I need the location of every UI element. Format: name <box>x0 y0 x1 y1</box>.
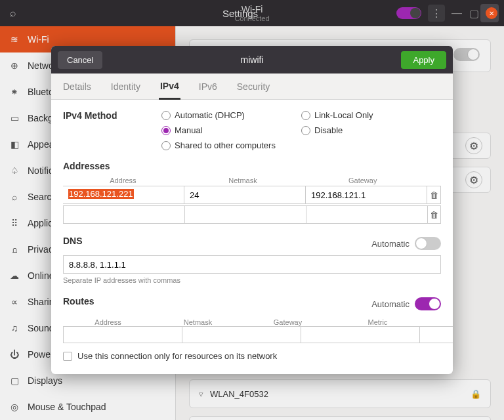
apply-button[interactable]: Apply <box>401 51 446 69</box>
radio-icon <box>161 111 171 120</box>
addresses-label: Addresses <box>63 161 441 171</box>
more-icon[interactable]: ⋮ <box>428 5 445 22</box>
automatic-label: Automatic <box>371 239 410 249</box>
routes-auto-toggle[interactable] <box>415 297 441 310</box>
radio-label: Manual <box>175 125 203 135</box>
netmask-col-header: Netmask <box>183 177 303 184</box>
only-resources-label: Use this connection only for resources o… <box>77 351 277 361</box>
ipv4-method-radio[interactable]: Manual <box>161 125 301 135</box>
route-gw-header: Gateway <box>243 318 333 326</box>
delete-row-icon[interactable]: 🗑 <box>427 186 441 204</box>
radio-label: Automatic (DHCP) <box>175 110 245 120</box>
radio-label: Link-Local Only <box>314 110 373 120</box>
route-metric-input[interactable] <box>420 326 453 343</box>
tab-security[interactable]: Security <box>236 75 272 98</box>
route-gateway-input[interactable] <box>301 326 420 343</box>
radio-label: Shared to other computers <box>175 140 276 150</box>
dns-label: DNS <box>63 236 83 246</box>
ipv4-method-label: IPv4 Method <box>63 110 135 156</box>
tab-details[interactable]: Details <box>62 75 93 98</box>
radio-icon <box>301 126 310 135</box>
routes-label: Routes <box>63 296 94 306</box>
tab-ipv6[interactable]: IPv6 <box>198 75 219 98</box>
radio-label: Disable <box>314 125 343 135</box>
tab-identity[interactable]: Identity <box>110 75 142 98</box>
window-title: Wi-Fi <box>234 4 269 14</box>
radio-icon <box>301 111 310 120</box>
radio-icon <box>161 126 171 135</box>
minimize-icon[interactable]: — <box>452 8 462 18</box>
maximize-icon[interactable]: ▢ <box>469 8 479 18</box>
wifi-toggle[interactable] <box>396 7 421 19</box>
dns-input[interactable] <box>63 255 441 274</box>
ipv4-method-radio[interactable]: Link-Local Only <box>301 110 441 120</box>
cancel-button[interactable]: Cancel <box>58 51 102 69</box>
connection-editor-modal: Cancel miwifi Apply DetailsIdentityIPv4I… <box>51 46 453 374</box>
gateway-input[interactable] <box>306 205 428 224</box>
modal-title: miwifi <box>241 54 264 65</box>
netmask-input[interactable] <box>185 205 306 224</box>
dns-auto-toggle[interactable] <box>415 237 441 250</box>
route-metric-header: Metric <box>333 318 423 326</box>
ipv4-method-radio[interactable]: Shared to other computers <box>161 140 301 150</box>
address-input[interactable] <box>63 186 184 204</box>
gateway-input[interactable] <box>306 186 427 204</box>
route-netmask-input[interactable] <box>182 326 301 343</box>
netmask-input[interactable] <box>184 186 306 204</box>
gateway-col-header: Gateway <box>303 177 423 184</box>
tab-ipv4[interactable]: IPv4 <box>159 74 180 100</box>
radio-icon <box>161 141 171 150</box>
route-addr-header: Address <box>63 318 153 326</box>
addr-col-header: Address <box>63 177 183 184</box>
window-status: Connected <box>234 14 269 22</box>
address-input[interactable] <box>63 205 185 224</box>
close-icon[interactable]: ✕ <box>486 7 497 19</box>
only-resources-checkbox[interactable] <box>63 352 72 361</box>
route-address-input[interactable] <box>63 326 182 343</box>
ipv4-method-radio[interactable]: Automatic (DHCP) <box>161 110 301 120</box>
automatic-label: Automatic <box>371 299 410 309</box>
delete-row-icon[interactable]: 🗑 <box>428 205 441 224</box>
ipv4-method-radio[interactable]: Disable <box>301 125 441 135</box>
route-mask-header: Netmask <box>153 318 243 326</box>
dns-hint: Separate IP addresses with commas <box>63 276 441 284</box>
